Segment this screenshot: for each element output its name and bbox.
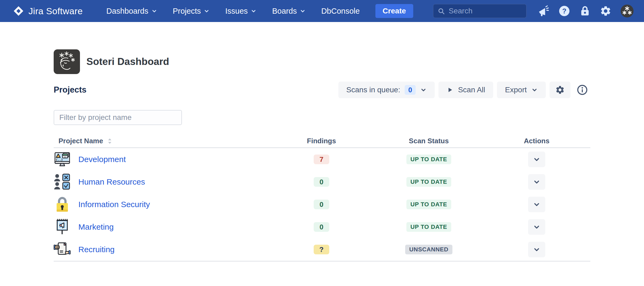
nav-item-label: Issues	[225, 7, 248, 16]
jira-logo[interactable]: Jira Software	[13, 5, 83, 17]
chevron-down-icon	[533, 156, 540, 163]
scan-status-badge: UP TO DATE	[407, 222, 451, 232]
row-actions-button[interactable]	[528, 242, 545, 257]
table-row: Marketing 0 UP TO DATE	[54, 216, 590, 238]
main-navigation: DashboardsProjectsIssuesBoardsDbConsole	[106, 7, 360, 16]
gear-icon[interactable]	[600, 5, 612, 17]
development-icon	[54, 151, 71, 168]
dashboard-header: Soteri Dashboard	[54, 49, 590, 74]
table-row: Development 7 UP TO DATE	[54, 148, 590, 171]
scan-status-badge: UP TO DATE	[407, 177, 451, 187]
top-navbar: Jira Software DashboardsProjectsIssuesBo…	[0, 0, 644, 22]
chevron-down-icon	[533, 223, 540, 231]
project-name-link-information-security[interactable]: Information Security	[78, 200, 150, 209]
page-title: Soteri Dashboard	[86, 56, 169, 67]
findings-badge: 7	[314, 155, 329, 164]
findings-badge: 0	[314, 222, 329, 232]
table-body: Development 7 UP TO DATE Human Resources…	[54, 148, 590, 262]
nav-item-issues[interactable]: Issues	[225, 7, 257, 16]
soteri-logo-icon	[54, 49, 80, 74]
nav-item-label: Boards	[272, 7, 297, 16]
chevron-down-icon	[151, 8, 157, 14]
navbar-icons	[538, 4, 634, 18]
scan-all-label: Scan All	[458, 86, 485, 94]
column-header-actions: Actions	[524, 137, 549, 145]
project-icon	[54, 196, 71, 213]
lock-icon[interactable]	[579, 5, 591, 17]
scans-in-queue-count: 0	[405, 85, 415, 95]
row-actions-button[interactable]	[528, 219, 545, 235]
nav-item-boards[interactable]: Boards	[272, 7, 306, 16]
projects-toolbar-row: Projects Scans in queue: 0 Scan All Expo…	[54, 82, 590, 98]
project-name-link-marketing[interactable]: Marketing	[78, 222, 114, 232]
scan-status-badge: UP TO DATE	[407, 155, 451, 164]
chevron-down-icon	[251, 8, 257, 14]
chevron-down-icon	[420, 87, 427, 93]
column-header-findings: Findings	[307, 137, 336, 145]
settings-button[interactable]	[550, 82, 570, 98]
megaphone-icon[interactable]	[538, 5, 550, 17]
chevron-down-icon	[531, 87, 538, 93]
table-row: Human Resources 0 UP TO DATE	[54, 171, 590, 193]
scan-status-badge: UNSCANNED	[405, 245, 452, 254]
jira-diamond-icon	[13, 5, 24, 17]
human-resources-icon	[54, 173, 71, 190]
nav-item-label: DbConsole	[321, 7, 360, 16]
column-header-project-name[interactable]: Project Name	[58, 137, 112, 145]
marketing-icon	[54, 218, 71, 236]
findings-badge: ?	[314, 245, 329, 254]
project-icon	[54, 218, 71, 236]
play-icon	[447, 86, 453, 93]
row-actions-button[interactable]	[528, 152, 545, 167]
chevron-down-icon	[204, 8, 210, 14]
scan-status-badge: UP TO DATE	[407, 200, 451, 209]
project-name-link-recruiting[interactable]: Recruiting	[78, 245, 115, 254]
create-button[interactable]: Create	[375, 4, 413, 18]
project-filter-input[interactable]	[54, 110, 182, 125]
table-row: Information Security 0 UP TO DATE	[54, 193, 590, 216]
scan-all-button[interactable]: Scan All	[438, 82, 493, 98]
avatar[interactable]	[620, 4, 634, 18]
export-button[interactable]: Export	[497, 82, 546, 98]
navbar-search[interactable]	[433, 4, 526, 18]
chevron-down-icon	[533, 246, 540, 253]
row-actions-button[interactable]	[528, 197, 545, 212]
project-name-link-human-resources[interactable]: Human Resources	[78, 177, 145, 186]
table-header: Project Name Findings Scan Status Action…	[54, 135, 590, 148]
table-row: Recruiting ? UNSCANNED	[54, 238, 590, 261]
project-name-link-development[interactable]: Development	[78, 155, 126, 164]
findings-badge: 0	[314, 200, 329, 209]
gear-icon	[555, 85, 565, 95]
column-header-scan-status: Scan Status	[409, 137, 449, 145]
chevron-down-icon	[533, 178, 540, 186]
toolbar: Scans in queue: 0 Scan All Export	[338, 82, 590, 98]
project-icon	[54, 173, 71, 190]
project-icon	[54, 151, 71, 168]
scans-in-queue-label: Scans in queue:	[346, 86, 400, 94]
projects-table: Project Name Findings Scan Status Action…	[54, 135, 590, 262]
chevron-down-icon	[300, 8, 306, 14]
nav-item-dbconsole[interactable]: DbConsole	[321, 7, 360, 16]
sort-icon	[107, 138, 112, 145]
recruiting-icon	[54, 241, 71, 258]
app-title: Jira Software	[28, 6, 83, 16]
nav-item-label: Dashboards	[106, 7, 148, 16]
scans-in-queue-button[interactable]: Scans in queue: 0	[338, 82, 435, 98]
main-content: Soteri Dashboard Projects Scans in queue…	[54, 49, 590, 262]
info-button[interactable]	[574, 82, 590, 98]
export-label: Export	[505, 86, 527, 94]
project-icon	[54, 241, 71, 258]
chevron-down-icon	[533, 201, 540, 208]
search-icon	[438, 8, 445, 15]
row-actions-button[interactable]	[528, 174, 545, 190]
nav-item-label: Projects	[173, 7, 201, 16]
findings-badge: 0	[314, 177, 329, 187]
nav-item-projects[interactable]: Projects	[173, 7, 210, 16]
info-icon	[577, 84, 588, 96]
help-icon[interactable]	[558, 5, 570, 17]
nav-item-dashboards[interactable]: Dashboards	[106, 7, 157, 16]
search-input[interactable]	[449, 7, 522, 15]
section-title: Projects	[54, 85, 86, 95]
information-security-icon	[54, 196, 71, 213]
